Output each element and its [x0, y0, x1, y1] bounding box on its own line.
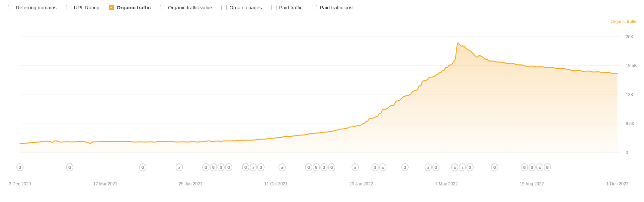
- svg-text:G: G: [469, 166, 471, 169]
- checkbox-organic-traffic-value[interactable]: [160, 5, 165, 10]
- legend-label-paid-traffic: Paid traffic: [279, 5, 303, 10]
- svg-text:6.5K: 6.5K: [626, 121, 635, 126]
- svg-text:G: G: [68, 166, 71, 169]
- checkbox-organic-pages[interactable]: [221, 5, 227, 10]
- svg-text:G: G: [330, 166, 333, 169]
- svg-text:a: a: [427, 166, 429, 169]
- svg-text:G: G: [323, 166, 325, 169]
- legend-item-referring-domains[interactable]: Referring domains: [8, 5, 57, 10]
- svg-text:19 Aug 2022: 19 Aug 2022: [520, 181, 544, 187]
- svg-text:26K: 26K: [626, 34, 633, 39]
- svg-text:G: G: [307, 166, 310, 169]
- legend: Referring domainsURL RatingOrganic traff…: [0, 0, 644, 15]
- legend-label-organic-traffic: Organic traffic: [117, 5, 151, 10]
- legend-item-url-rating[interactable]: URL Rating: [66, 5, 100, 10]
- svg-text:a: a: [461, 166, 463, 169]
- svg-text:G: G: [212, 166, 215, 169]
- checkbox-url-rating[interactable]: [66, 5, 71, 10]
- legend-label-organic-traffic-value: Organic traffic value: [168, 5, 212, 10]
- svg-text:G: G: [404, 166, 406, 169]
- svg-text:G: G: [227, 166, 230, 169]
- checkbox-organic-traffic[interactable]: [109, 5, 114, 10]
- svg-text:G: G: [19, 166, 21, 169]
- svg-text:G: G: [141, 166, 144, 169]
- legend-label-organic-pages: Organic pages: [229, 5, 262, 10]
- checkbox-paid-traffic-cost[interactable]: [312, 5, 317, 10]
- legend-item-paid-traffic[interactable]: Paid traffic: [271, 5, 303, 10]
- checkbox-referring-domains[interactable]: [8, 5, 13, 10]
- svg-text:19.5K: 19.5K: [626, 63, 637, 68]
- svg-text:13K: 13K: [626, 92, 633, 97]
- svg-text:G: G: [546, 166, 549, 169]
- svg-text:0: 0: [626, 150, 628, 155]
- svg-text:3 Dec 2020: 3 Dec 2020: [9, 181, 31, 187]
- svg-text:G: G: [204, 166, 207, 169]
- legend-item-organic-traffic-value[interactable]: Organic traffic value: [160, 5, 212, 10]
- svg-text:29 Jun 2021: 29 Jun 2021: [179, 181, 202, 187]
- svg-text:G: G: [493, 166, 496, 169]
- svg-text:a: a: [382, 166, 384, 169]
- svg-text:G: G: [523, 166, 526, 169]
- svg-text:11 Oct 2021: 11 Oct 2021: [264, 181, 288, 187]
- legend-label-url-rating: URL Rating: [74, 5, 100, 10]
- svg-text:23 Jan 2022: 23 Jan 2022: [349, 181, 373, 187]
- svg-text:G: G: [220, 166, 222, 169]
- svg-text:a: a: [178, 166, 180, 169]
- svg-text:17 Mar 2021: 17 Mar 2021: [93, 181, 118, 187]
- svg-text:G: G: [315, 166, 318, 169]
- legend-label-paid-traffic-cost: Paid traffic cost: [320, 5, 354, 10]
- svg-text:a: a: [454, 166, 456, 169]
- svg-text:G: G: [244, 166, 247, 169]
- svg-text:1 Dec 2022: 1 Dec 2022: [606, 181, 628, 187]
- svg-text:a: a: [354, 166, 356, 169]
- checkbox-paid-traffic[interactable]: [271, 5, 277, 10]
- legend-item-organic-traffic[interactable]: Organic traffic: [109, 5, 151, 10]
- svg-text:G: G: [531, 166, 533, 169]
- legend-item-organic-pages[interactable]: Organic pages: [221, 5, 262, 10]
- svg-text:7 May 2022: 7 May 2022: [435, 181, 458, 187]
- svg-text:a: a: [281, 166, 283, 169]
- svg-text:G: G: [374, 166, 376, 169]
- svg-text:a: a: [252, 166, 254, 169]
- svg-text:G: G: [260, 166, 262, 169]
- legend-item-paid-traffic-cost[interactable]: Paid traffic cost: [312, 5, 354, 10]
- svg-text:G: G: [435, 166, 437, 169]
- svg-text:a: a: [539, 166, 541, 169]
- legend-label-referring-domains: Referring domains: [16, 5, 57, 10]
- chart-container: Organic traffic 26K 19.5K 13K 6.5K 0: [0, 15, 644, 193]
